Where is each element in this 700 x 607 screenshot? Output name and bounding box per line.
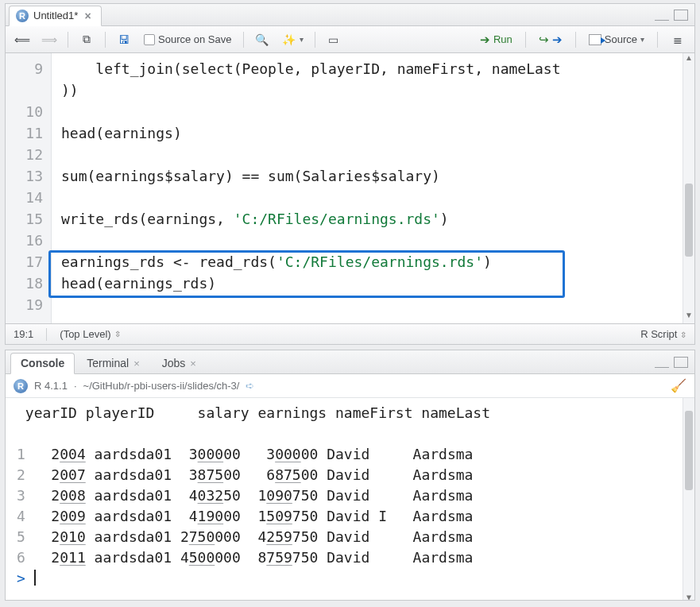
- console-output[interactable]: yearID playerID salary earnings nameFirs…: [6, 398, 694, 600]
- outline-icon: ≣: [671, 33, 685, 47]
- console-header: R R 4.1.1 · ~/GitHub/r-pbi-users-ii/slid…: [6, 374, 694, 398]
- language-label: R Script: [640, 328, 677, 340]
- minimize-pane-icon[interactable]: [655, 10, 669, 21]
- scroll-thumb[interactable]: [685, 411, 693, 490]
- separator: [105, 32, 106, 48]
- editor-tabbar: R Untitled1* ×: [6, 4, 694, 26]
- close-icon[interactable]: ×: [83, 10, 92, 21]
- r-version: R 4.1.1: [34, 380, 68, 392]
- search-icon: 🔍: [255, 33, 269, 47]
- line-gutter: 9 10111213141516171819: [6, 53, 52, 323]
- outline-button[interactable]: ≣: [667, 31, 688, 48]
- scroll-track[interactable]: [683, 411, 694, 587]
- chevron-down-icon: ▾: [640, 35, 644, 44]
- language-selector[interactable]: R Script ⇳: [640, 328, 686, 340]
- tab-console[interactable]: Console: [10, 353, 75, 374]
- close-icon[interactable]: ×: [133, 358, 140, 369]
- run-button[interactable]: ➔ Run: [477, 31, 516, 48]
- show-in-new-window-button[interactable]: ⧉: [76, 31, 97, 48]
- code-editor[interactable]: left_join(select(People, playerID, nameF…: [52, 53, 683, 323]
- tab-console-label: Console: [21, 357, 64, 369]
- compile-report-button[interactable]: ▭: [323, 31, 344, 48]
- updown-icon: ⇳: [114, 330, 121, 338]
- close-icon[interactable]: ×: [190, 358, 196, 369]
- separator: [657, 32, 658, 48]
- separator: [46, 328, 47, 341]
- scroll-thumb[interactable]: [685, 184, 693, 257]
- source-button[interactable]: Source ▾: [586, 32, 648, 47]
- back-button[interactable]: ⟸: [12, 31, 33, 48]
- arrow-left-icon: ⟸: [15, 33, 29, 47]
- source-label: Source: [605, 33, 637, 45]
- scope-label: (Top Level): [60, 328, 110, 340]
- file-tab-title: Untitled1*: [33, 10, 78, 21]
- maximize-pane-icon[interactable]: [674, 10, 688, 21]
- statusbar-right: R Script ⇳: [640, 328, 686, 340]
- editor-toolbar: ⟸ ⟹ ⧉ 🖫 Source on Save 🔍 ✨▾ ▭ ➔ Run ↪➔: [6, 26, 694, 53]
- minimize-pane-icon[interactable]: [655, 357, 669, 368]
- run-label: Run: [493, 33, 512, 45]
- code-area: 9 10111213141516171819 left_join(select(…: [6, 53, 694, 323]
- rerun-green-arrow-icon: ↪: [539, 33, 549, 47]
- console-pane: Console Terminal × Jobs × R R 4.1.1 · ~/…: [5, 350, 695, 601]
- chevron-down-icon: ▾: [300, 35, 304, 44]
- run-arrow-icon: ➔: [480, 33, 490, 47]
- console-scrollbar[interactable]: ▲ ▼: [683, 398, 694, 600]
- working-directory[interactable]: ~/GitHub/r-pbi-users-ii/slides/ch-3/: [83, 380, 240, 392]
- find-button[interactable]: 🔍: [252, 31, 273, 48]
- forward-button[interactable]: ⟹: [39, 31, 60, 48]
- wand-icon: ✨: [282, 33, 296, 47]
- rerun-blue-arrow-icon: ➔: [552, 33, 563, 47]
- rerun-button[interactable]: ↪➔: [536, 31, 566, 48]
- scroll-down-icon[interactable]: ▼: [683, 587, 694, 600]
- pane-window-controls: [655, 357, 694, 368]
- go-to-dir-icon[interactable]: ➪: [246, 380, 254, 392]
- separator: [315, 32, 315, 48]
- save-button[interactable]: 🖫: [114, 31, 134, 48]
- maximize-pane-icon[interactable]: [674, 357, 688, 368]
- r-logo-icon: R: [14, 379, 28, 393]
- tab-terminal-label: Terminal: [87, 357, 129, 369]
- file-tab[interactable]: R Untitled1* ×: [9, 6, 102, 26]
- popout-icon: ⧉: [79, 33, 94, 47]
- scroll-up-icon[interactable]: ▲: [683, 53, 694, 66]
- editor-scrollbar[interactable]: ▲ ▼: [683, 53, 694, 323]
- tab-jobs[interactable]: Jobs ×: [152, 353, 207, 373]
- clear-console-icon[interactable]: 🧹: [671, 378, 686, 393]
- pane-window-controls: [655, 10, 694, 21]
- scroll-track[interactable]: [683, 66, 694, 311]
- source-icon: [589, 34, 601, 45]
- dot-separator: ·: [74, 380, 77, 392]
- r-file-icon: R: [16, 10, 29, 22]
- console-tabbar: Console Terminal × Jobs ×: [6, 350, 694, 374]
- separator: [68, 32, 68, 48]
- save-icon: 🖫: [117, 33, 131, 47]
- separator: [575, 32, 576, 48]
- tab-jobs-label: Jobs: [162, 357, 186, 369]
- arrow-right-icon: ⟹: [42, 33, 56, 47]
- notebook-icon: ▭: [327, 33, 341, 47]
- toolbar-right-group: ➔ Run ↪➔ Source ▾ ≣: [477, 31, 688, 48]
- editor-pane: R Untitled1* × ⟸ ⟹ ⧉ 🖫 Source on Save 🔍 …: [5, 3, 695, 345]
- scope-selector[interactable]: (Top Level) ⇳: [60, 328, 120, 340]
- cursor-position: 19:1: [14, 328, 33, 340]
- scroll-down-icon[interactable]: ▼: [683, 311, 694, 323]
- separator: [525, 32, 526, 48]
- code-tools-button[interactable]: ✨▾: [279, 31, 307, 48]
- separator: [243, 32, 244, 48]
- tab-terminal[interactable]: Terminal ×: [76, 353, 150, 373]
- editor-statusbar: 19:1 (Top Level) ⇳ R Script ⇳: [6, 323, 694, 344]
- source-on-save-label: Source on Save: [158, 33, 232, 45]
- updown-icon: ⇳: [680, 331, 686, 339]
- checkbox-icon: [144, 34, 155, 45]
- source-on-save-toggle[interactable]: Source on Save: [141, 32, 235, 47]
